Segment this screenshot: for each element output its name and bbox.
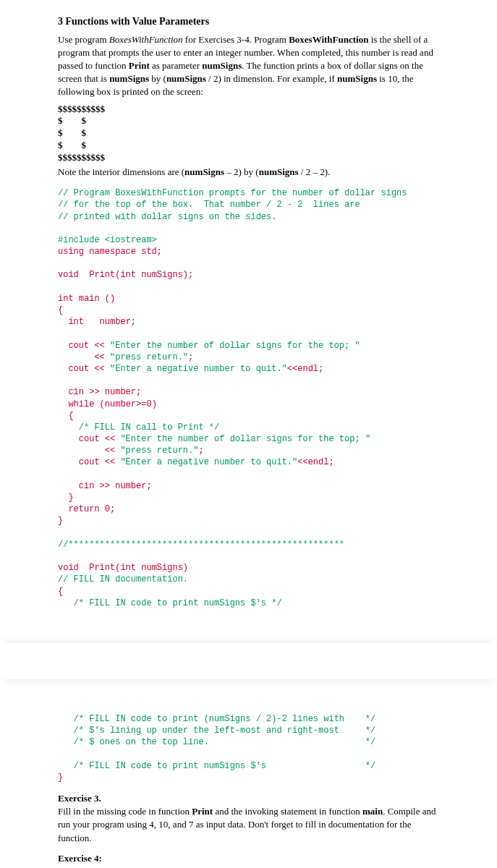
exercise-3-body: Fill in the missing code in function Pri… (58, 805, 439, 845)
exercise-4-title: Exercise 4: (58, 852, 439, 865)
code-listing-top: // Program BoxesWithFunction prompts for… (58, 187, 439, 609)
exercise-4-intro: Rewrite your solution to Exercise 3 so t… (58, 865, 439, 868)
dollar-box-example: $$$$$$$$$$ $ $ $ $ $ $ $$$$$$$$$$ (58, 103, 439, 164)
code-listing-bottom: /* FILL IN code to print (numSigns / 2)-… (58, 713, 439, 783)
page-break (0, 618, 497, 705)
exercise-3-title: Exercise 3. (58, 792, 439, 805)
intro-paragraph: Use program BoxesWithFunction for Exerci… (58, 33, 439, 99)
section-heading: 3 Functions with Value Parameters (58, 14, 439, 29)
note-paragraph: Note the interior dimensions are (numSig… (58, 166, 439, 179)
